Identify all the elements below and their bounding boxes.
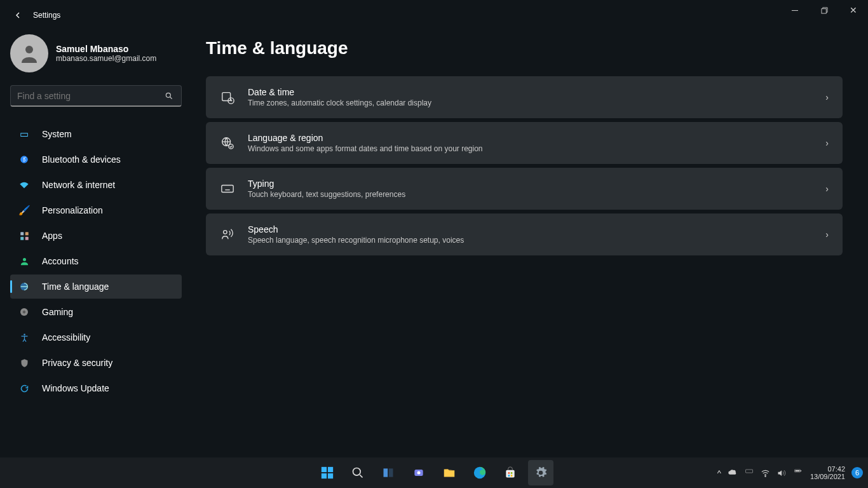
taskbar: ^ 07:42 13/09/2021 6 xyxy=(0,458,868,488)
chevron-right-icon: › xyxy=(825,229,829,240)
nav-list: ▭ System Bluetooth & devices Network & i… xyxy=(10,122,191,400)
nav-gaming[interactable]: Gaming xyxy=(10,300,182,324)
svg-rect-0 xyxy=(821,8,825,13)
svg-rect-5 xyxy=(25,232,28,235)
keyboard-icon xyxy=(220,181,235,196)
card-language-region[interactable]: Language & region Windows and some apps … xyxy=(206,122,843,164)
svg-point-17 xyxy=(224,231,227,234)
nav-label: Gaming xyxy=(42,307,73,317)
nav-accounts[interactable]: Accounts xyxy=(10,249,182,273)
nav-accessibility[interactable]: Accessibility xyxy=(10,325,182,349)
nav-privacy[interactable]: Privacy & security xyxy=(10,351,182,375)
nav-system[interactable]: ▭ System xyxy=(10,122,182,146)
keyboard-tray-icon[interactable] xyxy=(744,469,754,477)
minimize-button[interactable]: ─ xyxy=(780,0,810,20)
close-button[interactable]: ✕ xyxy=(839,0,868,20)
svg-point-22 xyxy=(353,468,361,476)
svg-rect-31 xyxy=(508,475,510,477)
task-view-button[interactable] xyxy=(376,460,401,485)
nav-label: Apps xyxy=(42,231,62,241)
accessibility-icon xyxy=(18,331,31,344)
search-icon xyxy=(165,92,175,100)
svg-rect-20 xyxy=(322,473,327,478)
search-box[interactable] xyxy=(10,85,182,107)
svg-rect-12 xyxy=(222,93,231,101)
chat-button[interactable] xyxy=(406,460,431,485)
svg-rect-16 xyxy=(222,186,233,193)
maximize-button[interactable] xyxy=(810,0,839,20)
svg-point-3 xyxy=(20,156,28,163)
chevron-right-icon: › xyxy=(825,138,829,148)
nav-label: Personalization xyxy=(42,205,103,215)
nav-label: Bluetooth & devices xyxy=(42,154,121,165)
volume-tray-icon[interactable] xyxy=(776,468,786,478)
titlebar: Settings xyxy=(0,0,868,30)
file-explorer-button[interactable] xyxy=(437,460,462,485)
battery-tray-icon[interactable] xyxy=(792,469,804,477)
card-typing[interactable]: Typing Touch keyboard, text suggestions,… xyxy=(206,168,843,210)
avatar xyxy=(10,34,48,72)
profile-email: mbanaso.samuel@gmail.com xyxy=(56,54,156,63)
search-taskbar-button[interactable] xyxy=(345,460,370,485)
svg-rect-24 xyxy=(389,468,393,477)
card-title: Date & time xyxy=(248,87,825,97)
nav-label: Accessibility xyxy=(42,332,90,342)
search-input[interactable] xyxy=(17,91,165,101)
shield-icon xyxy=(18,356,31,369)
store-button[interactable] xyxy=(498,460,523,485)
clock[interactable]: 07:42 13/09/2021 xyxy=(810,465,845,480)
onedrive-icon[interactable] xyxy=(728,468,738,478)
wifi-icon xyxy=(18,179,31,191)
nav-time-language[interactable]: Time & language xyxy=(10,274,182,299)
nav-network[interactable]: Network & internet xyxy=(10,173,182,197)
nav-label: Privacy & security xyxy=(42,358,112,368)
notification-badge[interactable]: 6 xyxy=(851,467,863,478)
language-icon xyxy=(220,135,235,151)
start-button[interactable] xyxy=(315,460,340,485)
nav-windows-update[interactable]: Windows Update xyxy=(10,376,182,400)
edge-button[interactable] xyxy=(467,460,492,485)
gaming-icon xyxy=(18,306,31,318)
svg-rect-32 xyxy=(511,475,513,477)
card-desc: Speech language, speech recognition micr… xyxy=(248,236,825,245)
chevron-right-icon: › xyxy=(825,184,829,194)
nav-personalization[interactable]: 🖌️ Personalization xyxy=(10,198,182,222)
person-icon xyxy=(18,255,31,268)
svg-rect-37 xyxy=(795,470,799,471)
update-icon xyxy=(18,382,31,395)
svg-point-34 xyxy=(765,475,766,476)
paintbrush-icon: 🖌️ xyxy=(18,204,31,217)
svg-rect-18 xyxy=(322,467,327,472)
chevron-right-icon: › xyxy=(825,92,829,102)
svg-rect-36 xyxy=(801,470,801,471)
calendar-clock-icon xyxy=(220,90,235,105)
svg-point-2 xyxy=(166,93,170,97)
nav-label: Time & language xyxy=(42,281,109,292)
card-speech[interactable]: Speech Speech language, speech recogniti… xyxy=(206,214,843,255)
card-date-time[interactable]: Date & time Time zones, automatic clock … xyxy=(206,76,843,118)
nav-label: Windows Update xyxy=(42,383,109,393)
svg-rect-19 xyxy=(328,467,333,472)
page-title: Time & language xyxy=(206,38,843,58)
svg-rect-28 xyxy=(506,470,514,478)
svg-rect-30 xyxy=(511,472,513,474)
svg-point-11 xyxy=(24,334,25,336)
main-content: Time & language Date & time Time zones, … xyxy=(206,38,843,259)
globe-clock-icon xyxy=(18,280,31,293)
svg-rect-23 xyxy=(384,468,388,477)
nav-bluetooth[interactable]: Bluetooth & devices xyxy=(10,147,182,172)
nav-apps[interactable]: Apps xyxy=(10,224,182,248)
card-title: Language & region xyxy=(248,133,825,143)
tray-chevron-icon[interactable]: ^ xyxy=(717,468,721,478)
back-button[interactable] xyxy=(11,9,24,22)
monitor-icon: ▭ xyxy=(18,128,31,140)
svg-point-1 xyxy=(25,46,33,53)
apps-icon xyxy=(18,229,31,242)
svg-point-8 xyxy=(23,257,26,261)
profile-block[interactable]: Samuel Mbanaso mbanaso.samuel@gmail.com xyxy=(10,34,191,72)
nav-label: System xyxy=(42,129,72,139)
card-desc: Touch keyboard, text suggestions, prefer… xyxy=(248,190,825,199)
svg-point-26 xyxy=(417,471,421,475)
wifi-tray-icon[interactable] xyxy=(761,468,770,478)
settings-taskbar-button[interactable] xyxy=(528,460,553,485)
